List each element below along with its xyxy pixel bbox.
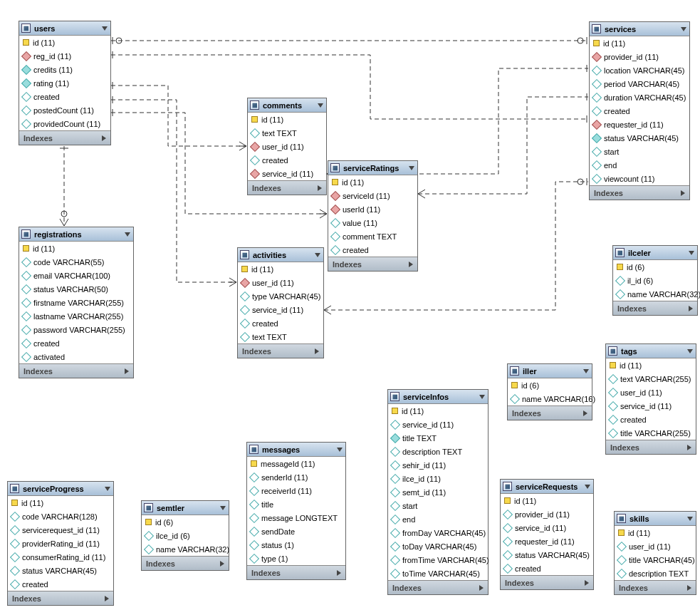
table-column[interactable]: created bbox=[238, 316, 323, 330]
table-column[interactable]: duration VARCHAR(45) bbox=[590, 91, 689, 104]
table-column[interactable]: created bbox=[606, 413, 696, 426]
table-column[interactable]: start bbox=[388, 499, 488, 512]
table-header[interactable]: ▦serviceInfos bbox=[388, 390, 488, 404]
table-column[interactable]: id (11) bbox=[590, 36, 689, 50]
table-tags[interactable]: ▦tagsid (11)text VARCHAR(255)user_id (11… bbox=[605, 343, 696, 455]
table-column[interactable]: ilce_id (11) bbox=[388, 472, 488, 485]
table-column[interactable]: service_id (11) bbox=[388, 418, 488, 431]
table-column[interactable]: title VARCHAR(255) bbox=[606, 426, 696, 440]
collapse-icon[interactable] bbox=[409, 166, 414, 170]
table-column[interactable]: firstname VARCHAR(255) bbox=[19, 296, 133, 309]
table-header[interactable]: ▦iller bbox=[508, 364, 592, 378]
table-column[interactable]: message LONGTEXT bbox=[247, 511, 345, 524]
table-column[interactable]: period VARCHAR(45) bbox=[590, 77, 689, 91]
table-column[interactable]: title VARCHAR(45) bbox=[615, 553, 696, 567]
table-column[interactable]: sehir_id (11) bbox=[388, 458, 488, 472]
table-column[interactable]: fromTime VARCHAR(45) bbox=[388, 553, 488, 567]
collapse-icon[interactable] bbox=[337, 448, 343, 452]
table-column[interactable]: status VARCHAR(45) bbox=[590, 131, 689, 145]
table-column[interactable]: postedCount (11) bbox=[19, 103, 110, 117]
table-column[interactable]: user_id (11) bbox=[606, 386, 696, 399]
expand-icon[interactable] bbox=[337, 570, 341, 576]
table-header[interactable]: ▦registrations bbox=[19, 227, 133, 242]
indexes-row[interactable]: Indexes bbox=[508, 405, 592, 420]
table-header[interactable]: ▦users bbox=[19, 21, 110, 36]
table-column[interactable]: id (11) bbox=[328, 175, 417, 189]
table-column[interactable]: toTime VARCHAR(45) bbox=[388, 567, 488, 580]
collapse-icon[interactable] bbox=[689, 251, 694, 255]
table-header[interactable]: ▦serviceRatings bbox=[328, 161, 417, 175]
table-column[interactable]: consumerRating_id (11) bbox=[8, 550, 113, 564]
table-column[interactable]: id (11) bbox=[501, 494, 593, 507]
table-activities[interactable]: ▦activitiesid (11)user_id (11)type VARCH… bbox=[237, 247, 324, 358]
table-column[interactable]: status VARCHAR(45) bbox=[501, 548, 593, 562]
table-column[interactable]: comment TEXT bbox=[328, 229, 417, 243]
collapse-icon[interactable] bbox=[687, 349, 693, 353]
expand-icon[interactable] bbox=[681, 190, 685, 196]
table-header[interactable]: ▦semtler bbox=[142, 501, 229, 515]
table-column[interactable]: serviceId (11) bbox=[328, 189, 417, 202]
indexes-row[interactable]: Indexes bbox=[388, 580, 488, 594]
table-column[interactable]: value (11) bbox=[328, 216, 417, 229]
expand-icon[interactable] bbox=[318, 185, 322, 191]
table-column[interactable]: credits (11) bbox=[19, 63, 110, 76]
table-messages[interactable]: ▦messagesmessageId (11)senderId (11)rece… bbox=[246, 442, 346, 580]
collapse-icon[interactable] bbox=[220, 506, 226, 510]
table-column[interactable]: email VARCHAR(100) bbox=[19, 269, 133, 282]
table-column[interactable]: lastname VARCHAR(255) bbox=[19, 309, 133, 323]
table-column[interactable]: providedCount (11) bbox=[19, 117, 110, 130]
table-header[interactable]: ▦serviceProgress bbox=[8, 482, 113, 496]
table-column[interactable]: id (11) bbox=[8, 496, 113, 510]
collapse-icon[interactable] bbox=[315, 253, 320, 257]
indexes-row[interactable]: Indexes bbox=[248, 180, 326, 195]
indexes-row[interactable]: Indexes bbox=[615, 580, 696, 594]
table-column[interactable]: ilce_id (6) bbox=[142, 529, 229, 542]
table-column[interactable]: sendDate bbox=[247, 524, 345, 538]
table-skills[interactable]: ▦skillsid (11)user_id (11)title VARCHAR(… bbox=[614, 511, 696, 595]
table-column[interactable]: id (11) bbox=[19, 36, 110, 49]
table-column[interactable]: user_id (11) bbox=[615, 539, 696, 553]
collapse-icon[interactable] bbox=[585, 485, 590, 489]
indexes-row[interactable]: Indexes bbox=[19, 363, 133, 378]
table-column[interactable]: end bbox=[388, 512, 488, 526]
collapse-icon[interactable] bbox=[318, 103, 323, 108]
table-column[interactable]: id (11) bbox=[606, 358, 696, 372]
expand-icon[interactable] bbox=[479, 585, 484, 591]
table-column[interactable]: receiverId (11) bbox=[247, 484, 345, 497]
table-header[interactable]: ▦serviceRequests bbox=[501, 480, 593, 494]
table-column[interactable]: provider_id (11) bbox=[590, 50, 689, 63]
table-column[interactable]: userId (11) bbox=[328, 202, 417, 216]
expand-icon[interactable] bbox=[585, 580, 589, 586]
table-column[interactable]: created bbox=[19, 336, 133, 350]
table-column[interactable]: semt_id (11) bbox=[388, 485, 488, 499]
table-column[interactable]: status VARCHAR(45) bbox=[8, 564, 113, 577]
table-column[interactable]: service_id (11) bbox=[248, 167, 326, 180]
table-column[interactable]: service_id (11) bbox=[501, 521, 593, 534]
expand-icon[interactable] bbox=[315, 348, 319, 354]
table-column[interactable]: title bbox=[247, 497, 345, 511]
indexes-row[interactable]: Indexes bbox=[590, 185, 689, 200]
expand-icon[interactable] bbox=[105, 596, 109, 601]
table-column[interactable]: code VARCHAR(128) bbox=[8, 510, 113, 523]
table-serviceRatings[interactable]: ▦serviceRatingsid (11)serviceId (11)user… bbox=[328, 160, 418, 272]
table-column[interactable]: type VARCHAR(45) bbox=[238, 289, 323, 303]
table-column[interactable]: providerRating_id (11) bbox=[8, 537, 113, 550]
indexes-row[interactable]: Indexes bbox=[613, 301, 697, 315]
indexes-row[interactable]: Indexes bbox=[142, 556, 229, 570]
table-column[interactable]: service_id (11) bbox=[238, 303, 323, 316]
table-header[interactable]: ▦comments bbox=[248, 98, 326, 113]
indexes-row[interactable]: Indexes bbox=[606, 440, 696, 454]
table-header[interactable]: ▦services bbox=[590, 22, 689, 36]
expand-icon[interactable] bbox=[220, 561, 224, 567]
table-serviceRequests[interactable]: ▦serviceRequestsid (11)provider_id (11)s… bbox=[500, 479, 594, 590]
table-column[interactable]: reg_id (11) bbox=[19, 49, 110, 63]
table-column[interactable]: created bbox=[328, 243, 417, 257]
collapse-icon[interactable] bbox=[125, 232, 130, 237]
table-column[interactable]: toDay VARCHAR(45) bbox=[388, 539, 488, 553]
indexes-row[interactable]: Indexes bbox=[247, 565, 345, 579]
table-column[interactable]: name VARCHAR(32) bbox=[613, 287, 697, 301]
table-column[interactable]: id (11) bbox=[19, 242, 133, 255]
expand-icon[interactable] bbox=[687, 445, 691, 450]
collapse-icon[interactable] bbox=[583, 369, 589, 373]
expand-icon[interactable] bbox=[687, 585, 691, 591]
